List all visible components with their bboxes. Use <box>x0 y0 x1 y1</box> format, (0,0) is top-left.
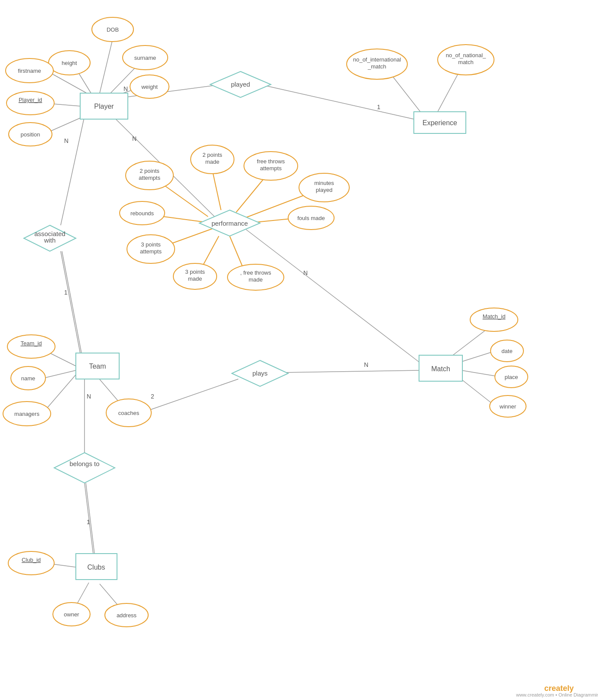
attr-managers-label: managers <box>14 411 39 417</box>
attr-ft-attempts-label: free throws <box>257 158 285 165</box>
attr-name-label: name <box>21 375 36 382</box>
attr-natl-match-label2: match <box>458 59 473 65</box>
attr-player-id-label: Player_id <box>19 97 42 103</box>
attr-3pts-attempts-label2: attempts <box>140 248 162 255</box>
cardinality-n-perf: N <box>132 135 136 142</box>
entity-clubs-label: Clubs <box>88 564 105 571</box>
attr-intl-match-label: no_of_international <box>353 56 401 63</box>
attr-min-played-label: minutes <box>314 180 334 186</box>
attr-address-label: address <box>117 612 137 619</box>
attr-2pts-made-label2: made <box>205 159 220 165</box>
attr-height-label: height <box>62 60 77 66</box>
cardinality-n-plays: N <box>364 361 368 368</box>
attr-winner-label: winner <box>499 403 517 410</box>
entity-team-label: Team <box>89 363 106 370</box>
entity-player-label: Player <box>94 103 114 110</box>
attr-surname-label: surname <box>134 55 156 61</box>
attr-owner-label: owner <box>64 611 79 618</box>
attr-weight-label: weight <box>141 84 158 90</box>
attr-rebounds-label: rebounds <box>130 210 154 217</box>
attr-3pts-attempts-label: 3 points <box>141 241 161 248</box>
attr-player-id <box>6 91 54 115</box>
attr-match-id <box>470 308 518 331</box>
attr-firstname-label: firstname <box>18 68 41 74</box>
relation-associated-label2: with <box>44 237 56 244</box>
attr-2pts-attempts-label: 2 points <box>140 168 159 174</box>
attr-coaches-label: coaches <box>118 410 140 416</box>
attr-club-id <box>8 551 54 575</box>
attr-team-id-label: Team_id <box>20 340 42 347</box>
watermark-url: www.creately.com • Online Diagramming <box>516 692 598 697</box>
attr-ft-attempts-label2: attempts <box>260 165 282 172</box>
er-diagram: N 1 N 1 N N 2 N <box>0 0 598 700</box>
relation-plays-label: plays <box>252 369 267 377</box>
attr-dob-label: DOB <box>107 26 119 33</box>
relation-played-label: played <box>231 81 250 88</box>
attr-ft-made-label2: made <box>249 276 263 283</box>
relation-belongs-label: belongs to <box>69 460 99 467</box>
attr-2pts-attempts-label2: attempts <box>139 175 160 181</box>
attr-ft-made-label: , free throws <box>240 269 271 276</box>
cardinality-n-belongs: N <box>87 393 91 400</box>
attr-match-id-label: Match_id <box>483 313 506 320</box>
attr-3pts-made-label2: made <box>188 275 202 282</box>
attr-fouls-label: fouls made <box>297 215 325 221</box>
cardinality-2-coaches: 2 <box>151 393 154 400</box>
attr-team-id <box>7 335 55 358</box>
cardinality-n-assoc: N <box>64 137 68 144</box>
attr-intl-match-label2: _match <box>367 63 387 70</box>
watermark-creately: creately <box>544 684 574 693</box>
attr-2pts-made-label: 2 points <box>202 152 222 158</box>
cardinality-n-played: N <box>124 85 128 92</box>
attr-min-played-label2: played <box>316 187 332 193</box>
attr-date-label: date <box>501 348 512 354</box>
entity-match-label: Match <box>431 365 450 373</box>
entity-experience-label: Experience <box>422 119 457 126</box>
attr-club-id-label: Club_id <box>22 557 41 563</box>
cardinality-n-match: N <box>303 269 308 276</box>
cardinality-1-experience: 1 <box>377 104 380 110</box>
relation-performance-label: performance <box>211 220 248 227</box>
attr-3pts-made-label: 3 points <box>185 269 205 275</box>
attr-position-label: position <box>21 131 40 138</box>
cardinality-1-assoc: 1 <box>64 289 68 296</box>
cardinality-1-belongs: 1 <box>87 519 90 525</box>
attr-place-label: place <box>504 374 518 380</box>
attr-natl-match-label: no_of_national_ <box>446 52 486 58</box>
